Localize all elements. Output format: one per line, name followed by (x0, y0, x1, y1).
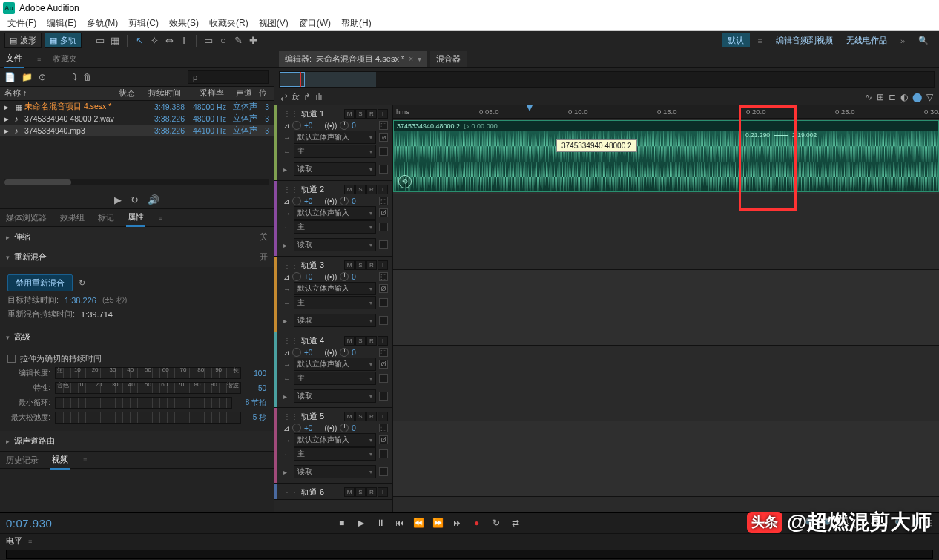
open-btn[interactable]: 开 (260, 251, 268, 263)
overview-bar[interactable] (279, 71, 935, 88)
track-m-button[interactable]: M (344, 185, 355, 194)
volume-knob[interactable] (292, 424, 301, 432)
menu-help[interactable]: 帮助(H) (337, 16, 376, 31)
track-output-select[interactable]: 主▾ (294, 145, 376, 158)
tab-menu-icon[interactable]: ▾ (418, 55, 421, 63)
rewind-button[interactable]: ⏪ (412, 516, 426, 530)
tab-files-menu-icon[interactable]: ≡ (37, 56, 41, 63)
pan-value[interactable]: 0 (352, 197, 356, 205)
track-r-button[interactable]: R (366, 109, 377, 119)
track-s-button[interactable]: S (355, 412, 366, 421)
col-rate[interactable]: 采样率 (181, 88, 224, 99)
forward-button[interactable]: ⏩ (431, 516, 446, 530)
track-name[interactable]: 轨道 4 (301, 335, 324, 346)
feature-slider[interactable]: 音色102030405060708090谐波 (55, 382, 241, 394)
menu-effects[interactable]: 效果(S) (165, 16, 203, 31)
skip-start-button[interactable]: ⏮ (392, 516, 407, 530)
pan-value[interactable]: 0 (352, 122, 356, 130)
track-input-select[interactable]: 默认立体声输入▾ (294, 131, 376, 144)
volume-value[interactable]: +0 (304, 349, 312, 357)
filter-icon[interactable]: ▽ (926, 92, 933, 102)
volume-knob[interactable] (292, 121, 301, 130)
track-r-button[interactable]: R (366, 185, 377, 194)
track-r-button[interactable]: R (366, 412, 377, 421)
drag-handle-icon[interactable]: ⋮⋮ (283, 412, 298, 421)
monitor-slot[interactable]: ⬚ (379, 272, 388, 281)
loop-icon[interactable]: ↻ (131, 194, 139, 205)
marquee-tool-icon[interactable]: ▭ (202, 35, 214, 47)
send-icon[interactable]: ↱ (303, 92, 311, 102)
monitor-slot[interactable]: ⬚ (379, 424, 388, 432)
stretch-exact-check[interactable]: 拉伸为确切的持续时间 (7, 353, 266, 364)
editor-tab-mixer[interactable]: 混音器 (430, 51, 467, 67)
track-lane-1[interactable]: 3745334940 48000 2 ▷ 0:00.000 0:21.290 2… (393, 119, 939, 194)
workspace-menu-icon[interactable]: ≡ (751, 35, 768, 47)
track-i-button[interactable]: I (378, 185, 388, 194)
timecode[interactable]: 0:07.930 (6, 517, 52, 530)
menu-multitrack[interactable]: 多轨(M) (82, 16, 122, 31)
close-tab-icon[interactable]: × (409, 55, 413, 63)
track-s-button[interactable]: S (355, 336, 366, 346)
input-slot[interactable]: ⌀ (379, 133, 388, 142)
tab-files[interactable]: 文件 (4, 50, 24, 68)
play-icon[interactable]: ▶ (114, 194, 122, 205)
src-routing-header[interactable]: ▸ 源声道路由 (0, 431, 274, 451)
tab-media-browser[interactable]: 媒体浏览器 (4, 209, 48, 226)
monitor-slot[interactable]: ⬚ (379, 197, 388, 205)
output-slot[interactable] (379, 298, 388, 307)
input-slot[interactable]: Ø (379, 208, 388, 217)
workspace-audio-video[interactable]: 编辑音频到视频 (770, 33, 839, 47)
fx-icon[interactable]: fx (292, 92, 299, 102)
volume-icon[interactable]: 🔊 (148, 194, 159, 205)
playhead[interactable] (530, 105, 530, 504)
pause-button[interactable]: ⏸ (373, 516, 388, 530)
automation-slot[interactable] (379, 316, 388, 325)
video-menu-icon[interactable]: ≡ (83, 456, 87, 464)
track-lane-2[interactable] (393, 194, 939, 270)
tab-history[interactable]: 历史记录 (4, 452, 40, 469)
output-slot[interactable] (379, 449, 388, 458)
col-duration[interactable]: 持续时间 (138, 88, 181, 99)
track-lane-5[interactable] (393, 421, 939, 497)
track-header[interactable]: ⋮⋮ 轨道 6 MSRI (274, 484, 392, 500)
stop-button[interactable]: ■ (335, 516, 349, 530)
track-output-select[interactable]: 主▾ (294, 296, 376, 309)
play-button[interactable]: ▶ (354, 516, 369, 530)
input-slot[interactable]: Ø (379, 284, 388, 293)
tab-properties[interactable]: 属性 (126, 208, 145, 227)
automation-slot[interactable] (379, 165, 388, 174)
max-slack-slider[interactable] (55, 412, 241, 424)
pan-value[interactable]: 0 (352, 424, 356, 432)
pan-knob[interactable] (340, 424, 349, 432)
output-slot[interactable] (379, 374, 388, 383)
max-slack-value[interactable]: 5 秒 (246, 412, 266, 423)
min-loop-slider[interactable] (55, 397, 232, 409)
new-file-icon[interactable]: 📄 (4, 72, 16, 82)
automation-mode-select[interactable]: 读取▾ (294, 465, 376, 478)
pan-knob[interactable] (340, 348, 349, 357)
track-name[interactable]: 轨道 5 (301, 411, 324, 422)
volume-knob[interactable] (292, 197, 301, 205)
track-output-select[interactable]: 主▾ (294, 447, 376, 461)
remix-header[interactable]: ▾ 重新混合 开 (0, 247, 274, 267)
menu-favorites[interactable]: 收藏夹(R) (205, 16, 253, 31)
track-m-button[interactable]: M (344, 260, 355, 270)
drag-handle-icon[interactable]: ⋮⋮ (283, 261, 298, 269)
open-file-icon[interactable]: 📁 (22, 72, 33, 82)
track-i-button[interactable]: I (378, 109, 388, 119)
track-s-button[interactable]: S (355, 109, 366, 119)
track-input-select[interactable]: 默认立体声输入▾ (294, 206, 376, 220)
ripple-icon[interactable]: ◐ (900, 92, 908, 102)
workspace-default[interactable]: 默认 (722, 33, 750, 47)
col-name[interactable]: 名称 ↑ (4, 88, 116, 99)
file-row[interactable]: ▸ ♪ 3745334940 48000 2.wav 3:38.226 4800… (0, 113, 274, 125)
automation-mode-select[interactable]: 读取▾ (294, 238, 376, 251)
track-i-button[interactable]: I (378, 412, 388, 421)
track-name[interactable]: 轨道 6 (301, 487, 324, 498)
audio-clip[interactable]: 3745334940 48000 2 ▷ 0:00.000 0:21.290 2… (393, 120, 939, 192)
expand-icon[interactable]: ▸ (4, 126, 15, 135)
track-header[interactable]: ⋮⋮ 轨道 4 MSRI ⊿+0 ((•))0 ⬚ →默认立体声输入▾Ø ←主▾… (274, 332, 392, 408)
tab-favorites[interactable]: 收藏夹 (51, 50, 79, 67)
track-output-select[interactable]: 主▾ (294, 220, 376, 234)
track-input-select[interactable]: 默认立体声输入▾ (294, 433, 376, 447)
